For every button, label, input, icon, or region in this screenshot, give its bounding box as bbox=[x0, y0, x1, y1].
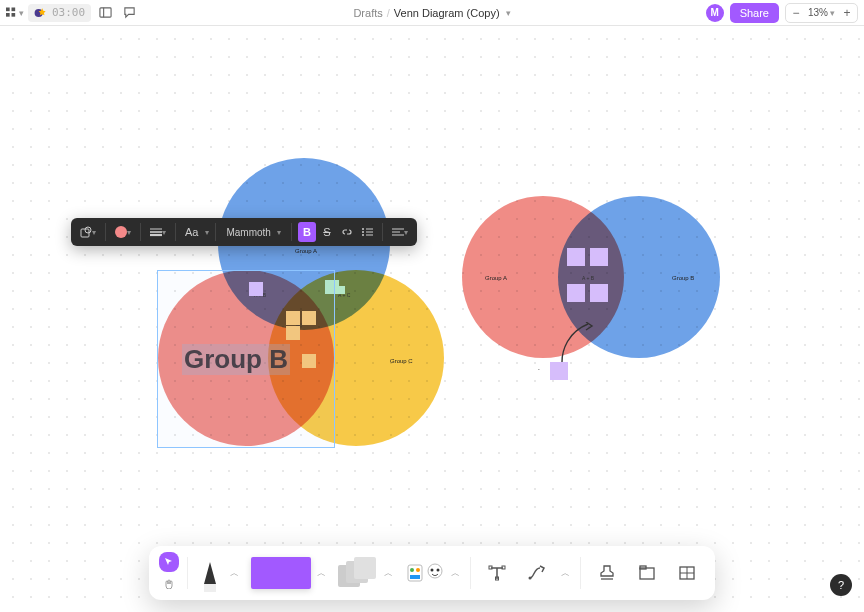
svg-rect-5 bbox=[100, 8, 111, 17]
main-menu-button[interactable]: ▾ bbox=[6, 4, 24, 22]
text-tool-button[interactable] bbox=[479, 555, 515, 591]
svg-point-33 bbox=[529, 577, 532, 580]
panel-toggle-button[interactable] bbox=[95, 3, 115, 23]
sticky-note[interactable] bbox=[567, 248, 585, 266]
help-button[interactable]: ? bbox=[830, 574, 852, 596]
sticky-note[interactable] bbox=[337, 286, 345, 294]
share-button[interactable]: Share bbox=[730, 3, 779, 23]
timer-pill[interactable]: 03:00 bbox=[28, 4, 91, 22]
breadcrumb-root[interactable]: Drafts bbox=[353, 7, 382, 19]
stamp-tool-button[interactable] bbox=[589, 555, 625, 591]
svg-point-14 bbox=[362, 231, 364, 233]
chevron-up-icon[interactable]: ︿ bbox=[228, 567, 241, 580]
color-swatch-icon bbox=[115, 226, 127, 238]
comments-button[interactable] bbox=[119, 3, 139, 23]
bottom-toolbar: ︿ ︿ ︿ ︿ ︿ bbox=[149, 546, 715, 600]
fill-color-button[interactable]: ▾ bbox=[112, 222, 134, 242]
strikethrough-button[interactable]: S bbox=[318, 222, 336, 242]
label-right-group-b: Group B bbox=[672, 275, 694, 281]
widgets-tool-button[interactable] bbox=[405, 557, 445, 589]
chevron-down-icon: ▾ bbox=[162, 228, 166, 237]
svg-point-26 bbox=[431, 569, 434, 572]
sticky-note[interactable] bbox=[590, 248, 608, 266]
label-group-a: Group A bbox=[295, 248, 317, 254]
svg-rect-35 bbox=[640, 568, 654, 579]
section-tool-button[interactable] bbox=[629, 555, 665, 591]
svg-rect-0 bbox=[6, 7, 10, 11]
font-size-button[interactable]: Aa bbox=[182, 222, 201, 242]
svg-rect-3 bbox=[12, 13, 16, 17]
svg-rect-1 bbox=[12, 7, 16, 11]
chevron-up-icon[interactable]: ︿ bbox=[449, 567, 462, 580]
avatar[interactable]: M bbox=[706, 4, 724, 22]
select-tool-button[interactable] bbox=[159, 552, 179, 572]
chevron-down-icon: ▾ bbox=[92, 228, 96, 237]
svg-point-8 bbox=[85, 227, 91, 233]
chevron-down-icon: ▾ bbox=[830, 8, 835, 18]
svg-rect-31 bbox=[502, 566, 505, 569]
shape-tool-button[interactable] bbox=[338, 557, 378, 589]
svg-point-27 bbox=[437, 569, 440, 572]
text-align-button[interactable]: ▾ bbox=[389, 222, 411, 242]
sticky-note-tool-button[interactable] bbox=[251, 557, 311, 589]
editing-text-group-b[interactable]: Group B bbox=[182, 344, 290, 375]
chevron-up-icon[interactable]: ︿ bbox=[559, 567, 572, 580]
chevron-down-icon: ▾ bbox=[205, 228, 209, 237]
chevron-down-icon: ▾ bbox=[127, 228, 131, 237]
hand-tool-button[interactable] bbox=[159, 574, 179, 594]
link-button[interactable] bbox=[338, 222, 356, 242]
label-right-group-a: Group A bbox=[485, 275, 507, 281]
svg-point-23 bbox=[416, 568, 420, 572]
pencil-icon bbox=[204, 562, 216, 584]
connector-arrow[interactable] bbox=[558, 322, 598, 366]
canvas[interactable]: Group A Group C A + B A + C All Group B … bbox=[0, 26, 864, 612]
svg-point-16 bbox=[362, 234, 364, 236]
chevron-down-icon[interactable]: ▾ bbox=[506, 8, 511, 18]
bold-button[interactable]: B bbox=[298, 222, 316, 242]
sticky-note[interactable] bbox=[567, 284, 585, 302]
label-group-c: Group C bbox=[390, 358, 413, 364]
zoom-out-button[interactable]: − bbox=[788, 5, 804, 21]
font-family-select[interactable]: Mammoth▾ bbox=[222, 227, 284, 238]
bullet-list-button[interactable] bbox=[358, 222, 376, 242]
zoom-value[interactable]: 13%▾ bbox=[806, 7, 837, 18]
shape-picker-button[interactable]: ▾ bbox=[77, 222, 99, 242]
chevron-up-icon[interactable]: ︿ bbox=[315, 567, 328, 580]
breadcrumb-current[interactable]: Venn Diagram (Copy) bbox=[394, 7, 500, 19]
chevron-down-icon: ▾ bbox=[404, 228, 408, 237]
breadcrumb-separator: / bbox=[387, 7, 390, 19]
svg-rect-24 bbox=[410, 575, 420, 579]
timer-value: 03:00 bbox=[52, 6, 85, 19]
svg-rect-30 bbox=[489, 566, 492, 569]
svg-rect-2 bbox=[6, 13, 10, 17]
chevron-down-icon: ▾ bbox=[19, 8, 24, 18]
sticky-note[interactable] bbox=[590, 284, 608, 302]
connector-tool-button[interactable] bbox=[519, 555, 555, 591]
chevron-down-icon: ▾ bbox=[277, 228, 281, 237]
top-toolbar: ▾ 03:00 Drafts / Venn Diagram (Copy) ▾ M… bbox=[0, 0, 864, 26]
text-format-toolbar: ▾ ▾ ▾ Aa▾ Mammoth▾ B S bbox=[71, 218, 417, 246]
svg-point-12 bbox=[362, 228, 364, 230]
svg-point-22 bbox=[410, 568, 414, 572]
pencil-tool-button[interactable] bbox=[196, 555, 224, 591]
star-icon bbox=[34, 6, 48, 20]
chevron-up-icon[interactable]: ︿ bbox=[382, 567, 395, 580]
zoom-in-button[interactable]: + bbox=[839, 5, 855, 21]
label-right-a-plus-b: A + B bbox=[582, 275, 594, 281]
sticky-label: - bbox=[538, 366, 540, 372]
table-tool-button[interactable] bbox=[669, 555, 705, 591]
breadcrumb: Drafts / Venn Diagram (Copy) ▾ bbox=[353, 7, 510, 19]
stroke-style-button[interactable]: ▾ bbox=[147, 222, 169, 242]
zoom-controls: − 13%▾ + bbox=[785, 3, 858, 23]
